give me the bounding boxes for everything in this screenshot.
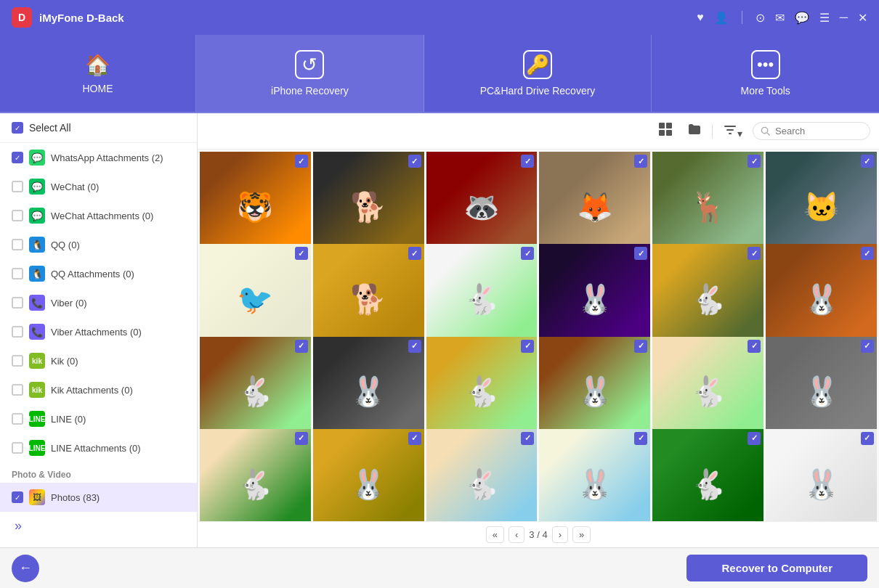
photo-checkbox[interactable] — [521, 247, 534, 260]
viber-checkbox[interactable] — [12, 297, 23, 309]
photo-checkbox[interactable] — [748, 340, 761, 353]
sidebar-item-wechat[interactable]: 💬 WeChat (0) — [0, 172, 197, 201]
photo-checkbox[interactable] — [861, 247, 874, 260]
wechat-attachments-checkbox[interactable] — [12, 210, 23, 221]
share-icon[interactable]: ♥ — [697, 11, 704, 24]
sidebar-item-line[interactable]: LINE LINE (0) — [0, 404, 197, 433]
folder-view-button[interactable] — [683, 119, 706, 143]
photo-checkbox[interactable] — [861, 340, 874, 353]
prev-page-button[interactable]: ‹ — [509, 526, 524, 543]
photo-checkbox[interactable] — [861, 155, 874, 168]
photo-checkbox[interactable] — [748, 247, 761, 260]
wechat-checkbox[interactable] — [12, 181, 23, 192]
last-page-button[interactable]: » — [572, 526, 591, 543]
kik-icon: kik — [29, 353, 45, 369]
svg-line-5 — [767, 133, 770, 136]
qq-checkbox[interactable] — [12, 239, 23, 250]
photo-checkbox[interactable] — [408, 340, 421, 353]
whatsapp-icon: 💬 — [29, 150, 45, 166]
photo-cell[interactable]: 🐇 — [426, 429, 538, 521]
tab-iphone-recovery[interactable]: ↺ iPhone Recovery — [196, 35, 424, 112]
photo-checkbox[interactable] — [408, 155, 421, 168]
photo-checkbox[interactable] — [634, 155, 647, 168]
sidebar-item-kik[interactable]: kik Kik (0) — [0, 346, 197, 375]
svg-rect-3 — [666, 130, 672, 136]
kik-attachments-checkbox[interactable] — [12, 384, 23, 396]
photo-checkbox[interactable] — [634, 340, 647, 353]
search-icon — [761, 126, 771, 136]
next-page-button[interactable]: › — [552, 526, 568, 543]
kik-checkbox[interactable] — [12, 355, 23, 367]
line-attachments-label: LINE Attachments (0) — [51, 443, 141, 454]
photo-checkbox[interactable] — [634, 432, 647, 445]
chat-icon[interactable]: 💬 — [795, 11, 809, 25]
search-input[interactable] — [775, 126, 862, 136]
sidebar-item-more[interactable]: » — [0, 512, 197, 540]
tab-home[interactable]: 🏠 HOME — [0, 35, 196, 112]
search-box[interactable] — [753, 122, 870, 140]
photo-cell[interactable]: 🐇 — [200, 429, 311, 521]
photo-checkbox[interactable] — [295, 340, 308, 353]
minimize-icon[interactable]: ─ — [840, 11, 848, 24]
sidebar-item-viber[interactable]: 📞 Viber (0) — [0, 288, 197, 317]
separator — [742, 11, 742, 24]
photo-checkbox[interactable] — [408, 247, 421, 260]
location-icon[interactable]: ⊙ — [756, 11, 765, 25]
tab-pc-recovery[interactable]: 🔑 PC&Hard Drive Recovery — [424, 35, 652, 112]
select-all-label: Select All — [29, 122, 71, 134]
menu-icon[interactable]: ☰ — [819, 11, 830, 25]
photos-checkbox[interactable] — [12, 491, 23, 503]
photo-checkbox[interactable] — [634, 247, 647, 260]
sidebar-item-whatsapp-attachments[interactable]: 💬 WhatsApp Attachments (2) — [0, 143, 197, 172]
sidebar-item-photos[interactable]: 🖼 Photos (83) — [0, 483, 197, 512]
kik-attachments-label: Kik Attachments (0) — [51, 385, 133, 396]
photo-checkbox[interactable] — [748, 155, 761, 168]
tab-more-tools[interactable]: ••• More Tools — [652, 35, 879, 112]
sidebar-item-line-attachments[interactable]: LINE LINE Attachments (0) — [0, 433, 197, 462]
wechat-label: WeChat (0) — [51, 181, 99, 192]
viber-attach-icon: 📞 — [29, 324, 45, 340]
photo-cell[interactable]: 🐇 — [652, 429, 763, 521]
first-page-button[interactable]: « — [486, 526, 504, 543]
sidebar-item-wechat-attachments[interactable]: 💬 WeChat Attachments (0) — [0, 201, 197, 230]
user-icon[interactable]: 👤 — [714, 11, 729, 25]
line-icon: LINE — [29, 411, 45, 427]
bottom-bar: ← Recover to Computer — [0, 547, 879, 588]
photo-cell[interactable]: 🐰 — [766, 429, 877, 521]
photo-checkbox[interactable] — [861, 432, 874, 445]
line-attachments-checkbox[interactable] — [12, 442, 23, 454]
viber-attachments-checkbox[interactable] — [12, 326, 23, 338]
sidebar-item-qq-attachments[interactable]: 🐧 QQ Attachments (0) — [0, 259, 197, 288]
photo-checkbox[interactable] — [521, 340, 534, 353]
photo-checkbox[interactable] — [748, 432, 761, 445]
photo-checkbox[interactable] — [521, 155, 534, 168]
grid-view-button[interactable] — [654, 119, 677, 143]
whatsapp-attachments-checkbox[interactable] — [12, 152, 23, 163]
photo-checkbox[interactable] — [295, 432, 308, 445]
back-button[interactable]: ← — [12, 555, 39, 582]
photo-cell[interactable]: 🐰 — [313, 429, 424, 521]
photo-checkbox[interactable] — [408, 432, 421, 445]
wechat-attach-icon: 💬 — [29, 208, 45, 224]
qq-icon: 🐧 — [29, 237, 45, 253]
recover-button[interactable]: Recover to Computer — [686, 555, 867, 581]
sidebar-item-viber-attachments[interactable]: 📞 Viber Attachments (0) — [0, 317, 197, 346]
content-toolbar: ▾ — [198, 113, 879, 150]
photo-cell[interactable]: 🐰 — [539, 429, 650, 521]
mail-icon[interactable]: ✉ — [775, 11, 785, 25]
close-icon[interactable]: ✕ — [858, 11, 867, 25]
filter-button[interactable]: ▾ — [718, 120, 747, 142]
sidebar-item-kik-attachments[interactable]: kik Kik Attachments (0) — [0, 375, 197, 404]
photo-checkbox[interactable] — [295, 247, 308, 260]
photo-emoji: 🐇 — [200, 429, 311, 521]
home-icon: 🏠 — [85, 53, 110, 77]
line-checkbox[interactable] — [12, 413, 23, 425]
select-all-checkbox[interactable] — [12, 122, 23, 134]
sidebar-item-qq[interactable]: 🐧 QQ (0) — [0, 230, 197, 259]
photo-checkbox[interactable] — [521, 432, 534, 445]
photo-grid: 🐯🐕🦝🦊🦌🐱🐦🐕🐇🐰🐇🐰🐇🐰🐇🐰🐇🐰🐇🐰🐇🐰🐇🐰 — [198, 150, 879, 521]
qq-attachments-checkbox[interactable] — [12, 268, 23, 279]
kik-label: Kik (0) — [51, 356, 78, 367]
photo-checkbox[interactable] — [295, 155, 308, 168]
select-all-row[interactable]: Select All — [0, 113, 197, 143]
